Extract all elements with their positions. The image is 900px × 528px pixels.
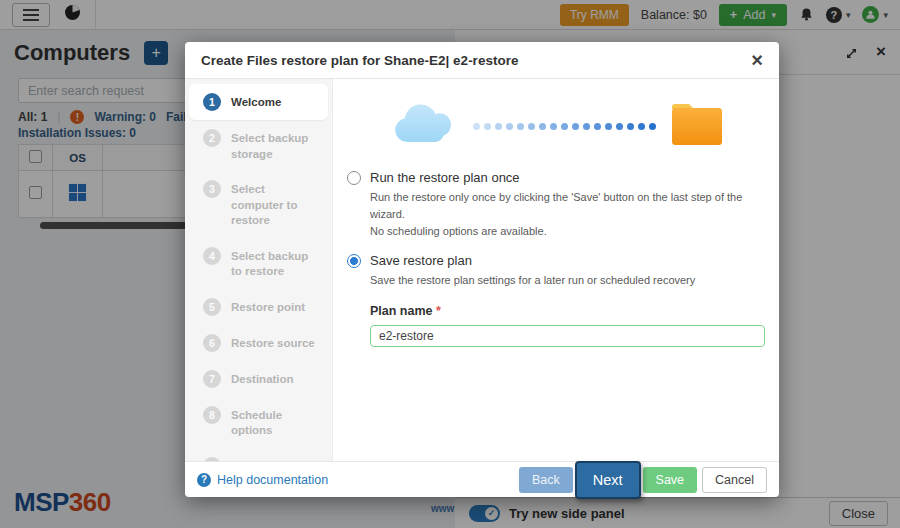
wizard-step-6[interactable]: 6Restore source (189, 325, 328, 361)
step-label: Destination (231, 370, 294, 388)
wizard-step-4[interactable]: 4Select backup to restore (189, 238, 328, 289)
step-label: Schedule options (231, 406, 320, 439)
cloud-to-folder-illustration (347, 95, 765, 157)
step-number-badge: 1 (203, 93, 221, 111)
option-description: Run the restore only once by clicking th… (370, 189, 765, 240)
wizard-step-5[interactable]: 5Restore point (189, 289, 328, 325)
step-number-badge: 5 (203, 298, 221, 316)
step-label: Restore point (231, 298, 305, 316)
wizard-step-8[interactable]: 8Schedule options (189, 397, 328, 448)
plan-name-input[interactable] (370, 325, 765, 347)
wizard-content: Run the restore plan once Run the restor… (333, 79, 779, 461)
plan-name-group: Plan name * (370, 304, 765, 347)
plan-name-label: Plan name * (370, 304, 765, 318)
cloud-icon (387, 100, 461, 152)
radio-save-plan[interactable] (347, 254, 361, 268)
restore-plan-wizard-modal: Create Files restore plan for Shane-E2| … (185, 42, 779, 497)
back-button[interactable]: Back (519, 467, 573, 493)
wizard-step-9[interactable]: 9Notifications (189, 448, 328, 461)
modal-close-icon[interactable]: × (751, 50, 763, 70)
help-icon: ? (197, 473, 211, 487)
option-label: Run the restore plan once (370, 170, 520, 185)
step-label: Select backup storage (231, 129, 320, 162)
step-number-badge: 3 (203, 180, 221, 198)
modal-title: Create Files restore plan for Shane-E2| … (201, 53, 518, 68)
folder-icon (668, 99, 726, 153)
option-save-plan: Save restore plan Save the restore plan … (347, 253, 765, 289)
step-label: Welcome (231, 93, 281, 111)
modal-header: Create Files restore plan for Shane-E2| … (185, 42, 779, 79)
app-screen: Try RMM Balance: $0 + Add ▾ ? ▾ (0, 0, 900, 528)
cancel-button[interactable]: Cancel (702, 467, 767, 493)
required-asterisk: * (436, 304, 441, 318)
option-label: Save restore plan (370, 253, 472, 268)
help-documentation-link[interactable]: ? Help documentation (197, 473, 328, 487)
radio-run-once[interactable] (347, 171, 361, 185)
step-label: Select backup to restore (231, 247, 320, 280)
transfer-dots (473, 123, 656, 130)
step-label: Restore source (231, 334, 315, 352)
wizard-step-1[interactable]: 1Welcome (189, 84, 328, 120)
step-number-badge: 2 (203, 129, 221, 147)
modal-footer: ? Help documentation Back Next Save Canc… (185, 461, 779, 497)
next-button[interactable]: Next (575, 461, 641, 499)
option-run-once-row[interactable]: Run the restore plan once (347, 170, 765, 185)
wizard-steps: 1Welcome2Select backup storage3Select co… (185, 79, 333, 461)
wizard-step-3[interactable]: 3Select computer to restore (189, 171, 328, 238)
step-label: Select computer to restore (231, 180, 320, 229)
option-run-once: Run the restore plan once Run the restor… (347, 170, 765, 240)
step-number-badge: 6 (203, 334, 221, 352)
option-description: Save the restore plan settings for a lat… (370, 272, 765, 289)
wizard-step-7[interactable]: 7Destination (189, 361, 328, 397)
save-button[interactable]: Save (643, 467, 698, 493)
step-number-badge: 4 (203, 247, 221, 265)
option-save-plan-row[interactable]: Save restore plan (347, 253, 765, 268)
step-number-badge: 7 (203, 370, 221, 388)
step-number-badge: 8 (203, 406, 221, 424)
wizard-step-2[interactable]: 2Select backup storage (189, 120, 328, 171)
